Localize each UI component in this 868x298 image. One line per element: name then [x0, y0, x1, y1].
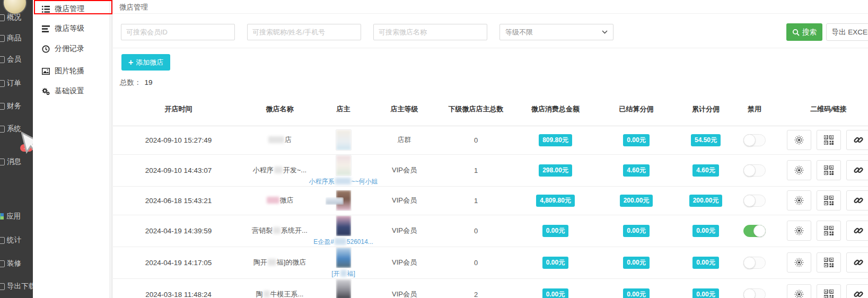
disable-toggle[interactable]	[743, 288, 766, 298]
gears-icon	[42, 87, 50, 95]
search-button[interactable]: 搜索	[786, 23, 822, 41]
goods-icon	[0, 35, 5, 42]
disable-toggle[interactable]	[743, 225, 766, 237]
text-segment: 微店	[280, 196, 294, 204]
image-icon	[42, 67, 50, 75]
qr-code-icon	[824, 226, 834, 235]
column-header-4: 店主等级	[371, 93, 437, 126]
open-time-cell: 2024-09-10 14:43:07	[113, 154, 244, 186]
text-segment: [开	[331, 270, 339, 277]
menu-item-2[interactable]: 微店等级	[33, 21, 110, 36]
settled-commission-badge: 0.00元	[623, 225, 649, 237]
qr-code-button[interactable]	[817, 252, 841, 273]
list-icon	[42, 5, 50, 13]
total-amount-badge-cell: 809.80元	[514, 126, 597, 154]
copy-link-button[interactable]	[846, 221, 868, 241]
text-segment: 福]	[347, 270, 355, 277]
link-icon	[853, 257, 864, 268]
table-row: 2024-09-10 14:43:07小程序开发~...小程序系~~何小姐VIP…	[113, 154, 868, 186]
sub-store-count-cell: 2	[437, 278, 514, 298]
total-amount-badge: 4,809.80元	[536, 195, 575, 207]
qr-code-button[interactable]	[817, 160, 841, 180]
menu-item-5[interactable]: 基础设置	[33, 84, 110, 99]
sidebar-item-9[interactable]: 统计	[0, 235, 33, 246]
search-member-id-input[interactable]	[121, 24, 235, 40]
qr-code-button[interactable]	[817, 284, 841, 298]
total-count: 总数：19	[120, 78, 153, 87]
search-store-name-input[interactable]	[373, 24, 487, 40]
menu-item-4[interactable]: 图片轮播	[33, 64, 110, 78]
clock-icon	[42, 45, 50, 53]
copy-link-button[interactable]	[846, 130, 868, 150]
miniprogram-code-icon	[794, 289, 804, 298]
menu-item-1-active[interactable]: 微店管理	[33, 2, 110, 16]
search-nickname-input[interactable]	[247, 24, 361, 40]
sidebar-item-2[interactable]: 商品	[0, 33, 33, 43]
owner-avatar	[336, 215, 352, 236]
owner-level-cell: 店群	[371, 126, 437, 154]
open-time-cell: 2024-06-18 15:43:21	[113, 186, 244, 215]
accumulated-commission-badge-cell: 54.50元	[676, 126, 735, 154]
owner-cell: E企盈#526014...	[315, 215, 371, 247]
link-icon	[853, 135, 864, 145]
mouse-cursor-icon	[21, 129, 33, 159]
add-store-button[interactable]: + 添加微店	[121, 54, 170, 71]
owner-nickname-link[interactable]: E企盈#526014...	[313, 238, 373, 247]
disable-toggle-cell	[735, 247, 774, 278]
sidebar-item-10[interactable]: 装修	[0, 258, 33, 269]
settled-commission-badge: 200.00元	[620, 195, 653, 207]
sidebar-item-1[interactable]: 概况	[0, 12, 33, 23]
open-time-cell: 2024-03-18 11:48:24	[113, 278, 244, 298]
disable-toggle[interactable]	[743, 195, 766, 207]
miniprogram-code-button[interactable]	[787, 190, 811, 211]
miniprogram-code-button[interactable]	[787, 284, 811, 298]
search-button-label: 搜索	[802, 28, 817, 37]
disable-toggle-cell	[735, 126, 774, 154]
menu-item-3[interactable]: 分佣记录	[33, 41, 110, 56]
disable-toggle[interactable]	[743, 134, 766, 146]
disable-toggle[interactable]	[743, 164, 766, 177]
miniprogram-code-button[interactable]	[787, 221, 811, 241]
toggle-knob	[753, 225, 766, 237]
owner-nickname-link[interactable]: 小程序系~~何小姐	[309, 177, 378, 186]
text-segment: 陶	[256, 290, 263, 298]
sidebar-item-5[interactable]: 财务	[0, 101, 33, 111]
miniprogram-code-button[interactable]	[787, 130, 811, 150]
sidebar-item-3[interactable]: 会员	[0, 54, 33, 65]
qr-code-button[interactable]	[817, 130, 841, 150]
copy-link-button[interactable]	[846, 284, 868, 298]
copy-link-button[interactable]	[846, 252, 868, 273]
qr-code-icon	[824, 135, 834, 145]
menu-item-label: 微店管理	[55, 4, 84, 14]
menu-item-label: 图片轮播	[55, 66, 84, 76]
sub-store-count-cell: 0	[437, 215, 514, 247]
sidebar-item-11[interactable]: 导出下载	[0, 281, 33, 292]
main-content: 微店管理 等级不限 搜索 导出 EXCEL + 添加微店 总数：19 开店时间微…	[113, 0, 868, 298]
total-amount-badge: 0.00元	[542, 257, 568, 269]
miniprogram-code-button[interactable]	[787, 252, 811, 273]
partial-next-row-avatar	[326, 197, 344, 205]
sidebar-item-8[interactable]: 应用	[0, 211, 33, 222]
open-time-cell: 2024-04-19 14:39:59	[113, 215, 244, 247]
blurred-text	[340, 270, 347, 277]
blurred-text	[335, 178, 351, 185]
plus-icon: +	[128, 58, 133, 67]
qr-code-icon	[824, 165, 834, 175]
owner-level-cell: VIP会员	[371, 154, 437, 186]
export-excel-button[interactable]: 导出 EXCEL	[826, 23, 868, 41]
disable-toggle[interactable]	[743, 257, 766, 269]
copy-link-button[interactable]	[846, 160, 868, 180]
total-amount-badge: 0.00元	[542, 288, 568, 298]
sidebar-item-4[interactable]: 订单	[0, 78, 33, 89]
level-select[interactable]: 等级不限	[499, 24, 613, 40]
messages-icon	[0, 159, 5, 165]
qr-code-button[interactable]	[817, 221, 841, 241]
copy-link-button[interactable]	[846, 190, 868, 211]
system-icon	[0, 126, 5, 133]
owner-nickname-link[interactable]: [开福]	[331, 269, 355, 278]
miniprogram-code-button[interactable]	[787, 160, 811, 180]
accumulated-commission-badge-cell: 0.00元	[676, 215, 735, 247]
open-time-cell: 2024-04-19 14:17:05	[113, 247, 244, 278]
qr-code-button[interactable]	[817, 190, 841, 211]
sidebar-item-label: 应用	[6, 212, 21, 221]
